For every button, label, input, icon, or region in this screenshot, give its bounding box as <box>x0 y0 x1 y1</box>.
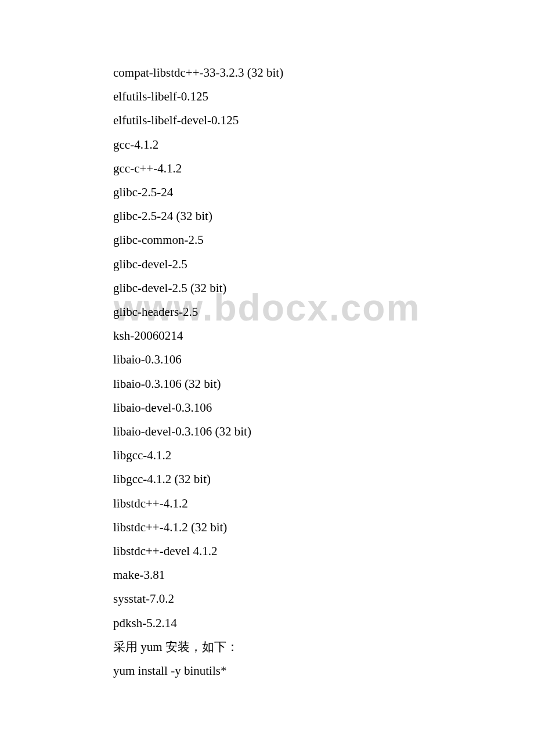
document-page: compat-libstdc++-33-3.2.3 (32 bit) elfut… <box>0 0 534 683</box>
package-line: libaio-0.3.106 <box>113 348 534 372</box>
package-line: make-3.81 <box>113 563 534 587</box>
instruction-line: 采用 yum 安装，如下： <box>113 635 534 659</box>
package-line: elfutils-libelf-0.125 <box>113 85 534 109</box>
package-line: libgcc-4.1.2 (32 bit) <box>113 467 534 491</box>
package-line: pdksh-5.2.14 <box>113 611 534 635</box>
package-line: libaio-0.3.106 (32 bit) <box>113 372 534 396</box>
package-line: libstdc++-4.1.2 <box>113 492 534 516</box>
package-line: glibc-2.5-24 (32 bit) <box>113 204 534 228</box>
package-line: gcc-c++-4.1.2 <box>113 157 534 181</box>
package-line: sysstat-7.0.2 <box>113 587 534 611</box>
package-line: glibc-headers-2.5 <box>113 300 534 324</box>
package-line: libaio-devel-0.3.106 (32 bit) <box>113 420 534 444</box>
package-line: glibc-devel-2.5 <box>113 253 534 276</box>
package-line: glibc-devel-2.5 (32 bit) <box>113 276 534 300</box>
package-line: glibc-2.5-24 <box>113 181 534 204</box>
package-line: compat-libstdc++-33-3.2.3 (32 bit) <box>113 61 534 85</box>
package-line: glibc-common-2.5 <box>113 228 534 252</box>
command-line: yum install -y binutils* <box>113 659 534 683</box>
package-line: libstdc++-devel 4.1.2 <box>113 539 534 563</box>
package-line: ksh-20060214 <box>113 324 534 348</box>
package-line: gcc-4.1.2 <box>113 133 534 157</box>
package-line: libstdc++-4.1.2 (32 bit) <box>113 516 534 539</box>
package-line: libaio-devel-0.3.106 <box>113 396 534 420</box>
package-line: elfutils-libelf-devel-0.125 <box>113 109 534 132</box>
package-line: libgcc-4.1.2 <box>113 444 534 467</box>
